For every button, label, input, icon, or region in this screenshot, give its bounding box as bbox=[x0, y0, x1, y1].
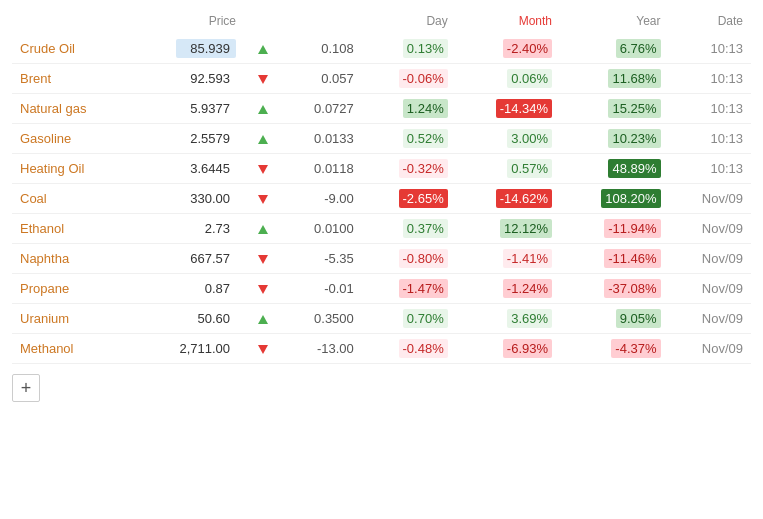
cell-month: -2.40% bbox=[456, 34, 560, 64]
commodities-table-container: Price Day Month Year Date Crude Oil85.93… bbox=[0, 0, 763, 414]
cell-arrow bbox=[244, 274, 281, 304]
cell-arrow bbox=[244, 334, 281, 364]
cell-date: 10:13 bbox=[669, 154, 751, 184]
cell-year: -37.08% bbox=[560, 274, 669, 304]
arrow-up-icon bbox=[258, 225, 268, 234]
cell-price: 667.57 bbox=[131, 244, 244, 274]
cell-day: 0.37% bbox=[362, 214, 456, 244]
cell-change: -9.00 bbox=[281, 184, 361, 214]
header-date: Date bbox=[669, 8, 751, 34]
cell-year: 48.89% bbox=[560, 154, 669, 184]
cell-year: 9.05% bbox=[560, 304, 669, 334]
arrow-up-icon bbox=[258, 105, 268, 114]
cell-day: 0.52% bbox=[362, 124, 456, 154]
cell-year: -11.46% bbox=[560, 244, 669, 274]
cell-day: 1.24% bbox=[362, 94, 456, 124]
cell-change: 0.3500 bbox=[281, 304, 361, 334]
cell-date: 10:13 bbox=[669, 64, 751, 94]
cell-price: 92.593 bbox=[131, 64, 244, 94]
cell-date: Nov/09 bbox=[669, 334, 751, 364]
table-row: Uranium50.600.35000.70%3.69%9.05%Nov/09 bbox=[12, 304, 751, 334]
cell-day: -1.47% bbox=[362, 274, 456, 304]
cell-change: 0.0100 bbox=[281, 214, 361, 244]
cell-price: 85.939 bbox=[131, 34, 244, 64]
cell-arrow bbox=[244, 94, 281, 124]
arrow-down-icon bbox=[258, 345, 268, 354]
cell-month: -1.24% bbox=[456, 274, 560, 304]
cell-month: -14.62% bbox=[456, 184, 560, 214]
cell-arrow bbox=[244, 34, 281, 64]
arrow-down-icon bbox=[258, 165, 268, 174]
cell-day: -0.48% bbox=[362, 334, 456, 364]
table-row: Brent92.5930.057-0.06%0.06%11.68%10:13 bbox=[12, 64, 751, 94]
cell-date: Nov/09 bbox=[669, 304, 751, 334]
arrow-down-icon bbox=[258, 285, 268, 294]
table-row: Heating Oil3.64450.0118-0.32%0.57%48.89%… bbox=[12, 154, 751, 184]
table-row: Crude Oil85.9390.1080.13%-2.40%6.76%10:1… bbox=[12, 34, 751, 64]
header-year: Year bbox=[560, 8, 669, 34]
cell-price: 330.00 bbox=[131, 184, 244, 214]
cell-name[interactable]: Uranium bbox=[12, 304, 131, 334]
cell-change: 0.0727 bbox=[281, 94, 361, 124]
table-row: Propane0.87-0.01-1.47%-1.24%-37.08%Nov/0… bbox=[12, 274, 751, 304]
cell-name[interactable]: Propane bbox=[12, 274, 131, 304]
cell-date: 10:13 bbox=[669, 34, 751, 64]
cell-change: 0.108 bbox=[281, 34, 361, 64]
cell-day: 0.70% bbox=[362, 304, 456, 334]
cell-month: 3.69% bbox=[456, 304, 560, 334]
cell-month: -1.41% bbox=[456, 244, 560, 274]
cell-year: 108.20% bbox=[560, 184, 669, 214]
cell-month: 3.00% bbox=[456, 124, 560, 154]
header-day: Day bbox=[362, 8, 456, 34]
cell-change: 0.0133 bbox=[281, 124, 361, 154]
cell-arrow bbox=[244, 64, 281, 94]
cell-year: 11.68% bbox=[560, 64, 669, 94]
cell-change: 0.057 bbox=[281, 64, 361, 94]
table-body: Crude Oil85.9390.1080.13%-2.40%6.76%10:1… bbox=[12, 34, 751, 364]
commodities-table: Price Day Month Year Date Crude Oil85.93… bbox=[12, 8, 751, 364]
cell-year: -4.37% bbox=[560, 334, 669, 364]
cell-change: -5.35 bbox=[281, 244, 361, 274]
cell-day: -2.65% bbox=[362, 184, 456, 214]
arrow-up-icon bbox=[258, 135, 268, 144]
table-header-row: Price Day Month Year Date bbox=[12, 8, 751, 34]
header-price: Price bbox=[131, 8, 244, 34]
cell-name[interactable]: Ethanol bbox=[12, 214, 131, 244]
cell-date: 10:13 bbox=[669, 94, 751, 124]
header-change bbox=[281, 8, 361, 34]
arrow-down-icon bbox=[258, 75, 268, 84]
add-row-button[interactable]: + bbox=[12, 374, 40, 402]
cell-name[interactable]: Gasoline bbox=[12, 124, 131, 154]
cell-name[interactable]: Natural gas bbox=[12, 94, 131, 124]
cell-arrow bbox=[244, 304, 281, 334]
cell-date: Nov/09 bbox=[669, 214, 751, 244]
table-row: Natural gas5.93770.07271.24%-14.34%15.25… bbox=[12, 94, 751, 124]
cell-date: Nov/09 bbox=[669, 274, 751, 304]
cell-change: -0.01 bbox=[281, 274, 361, 304]
cell-price: 2.73 bbox=[131, 214, 244, 244]
cell-price: 2,711.00 bbox=[131, 334, 244, 364]
cell-arrow bbox=[244, 214, 281, 244]
cell-name[interactable]: Crude Oil bbox=[12, 34, 131, 64]
cell-day: 0.13% bbox=[362, 34, 456, 64]
header-name bbox=[12, 8, 131, 34]
table-row: Naphtha667.57-5.35-0.80%-1.41%-11.46%Nov… bbox=[12, 244, 751, 274]
cell-month: -6.93% bbox=[456, 334, 560, 364]
cell-month: -14.34% bbox=[456, 94, 560, 124]
table-row: Gasoline2.55790.01330.52%3.00%10.23%10:1… bbox=[12, 124, 751, 154]
cell-arrow bbox=[244, 154, 281, 184]
cell-year: 10.23% bbox=[560, 124, 669, 154]
cell-name[interactable]: Coal bbox=[12, 184, 131, 214]
cell-price: 50.60 bbox=[131, 304, 244, 334]
cell-price: 3.6445 bbox=[131, 154, 244, 184]
arrow-down-icon bbox=[258, 255, 268, 264]
cell-arrow bbox=[244, 124, 281, 154]
cell-name[interactable]: Brent bbox=[12, 64, 131, 94]
cell-month: 12.12% bbox=[456, 214, 560, 244]
cell-change: 0.0118 bbox=[281, 154, 361, 184]
cell-name[interactable]: Heating Oil bbox=[12, 154, 131, 184]
cell-arrow bbox=[244, 244, 281, 274]
table-row: Methanol2,711.00-13.00-0.48%-6.93%-4.37%… bbox=[12, 334, 751, 364]
cell-name[interactable]: Naphtha bbox=[12, 244, 131, 274]
cell-name[interactable]: Methanol bbox=[12, 334, 131, 364]
